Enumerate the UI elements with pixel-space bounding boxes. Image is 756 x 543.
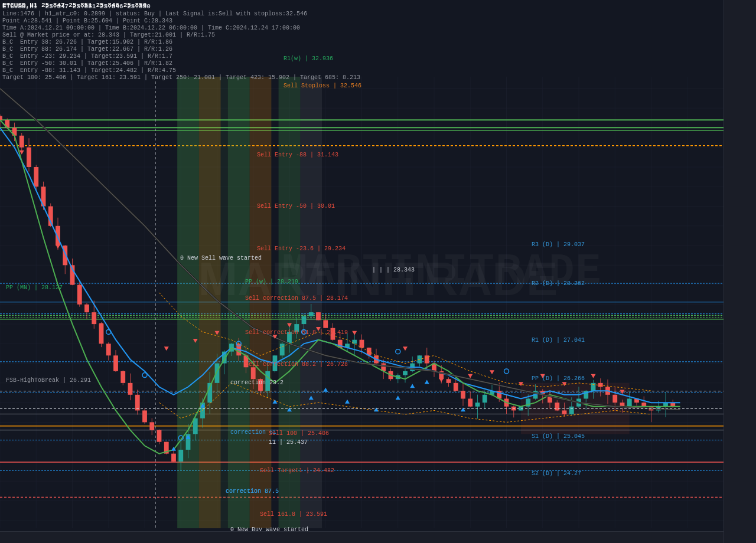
price-scale	[724, 0, 756, 543]
chart-container: MARTINITRADE ETCUSD,H1 25.847 25.851 25.…	[0, 0, 756, 543]
time-scale	[0, 531, 724, 543]
chart-canvas	[0, 0, 756, 543]
